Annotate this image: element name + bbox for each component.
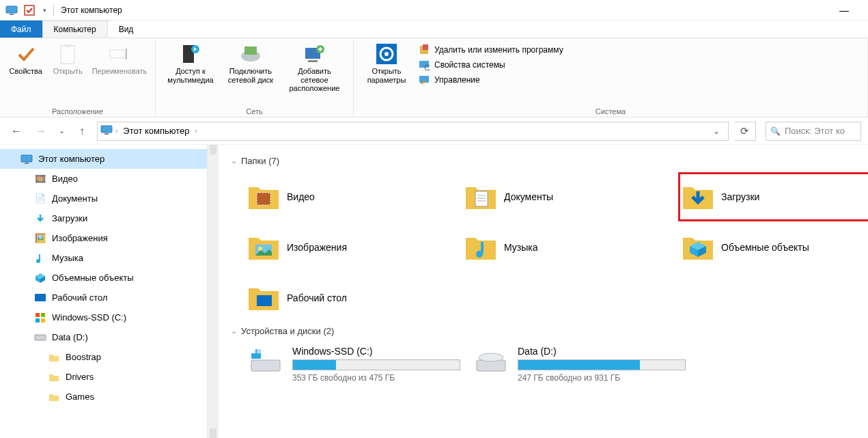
checkmark-icon (14, 42, 38, 66)
recent-dropdown[interactable]: ⌄ (56, 122, 67, 141)
search-icon: 🔍 (770, 126, 781, 136)
add-network-icon (303, 42, 326, 66)
svg-rect-3 (61, 46, 74, 64)
address-dropdown-icon[interactable]: ⌄ (708, 126, 725, 136)
tab-view[interactable]: Вид (108, 20, 145, 38)
breadcrumb-this-pc[interactable]: Этот компьютер (120, 126, 192, 136)
downloads-folder-icon (682, 180, 714, 213)
tree-scrollbar[interactable] (207, 145, 219, 438)
rename-icon (108, 42, 131, 66)
breadcrumb-sep-icon[interactable]: › (195, 127, 197, 135)
rename-button[interactable]: Переименовать (89, 41, 150, 77)
drive-c-bar (292, 359, 460, 370)
tab-file[interactable]: Файл (0, 20, 42, 38)
minimize-button[interactable]: — (832, 2, 856, 18)
forward-button[interactable]: → (31, 122, 51, 141)
svg-rect-22 (104, 133, 109, 135)
music-folder-icon (464, 231, 497, 264)
map-drive-button[interactable]: Подключить сетевой диск (221, 41, 280, 85)
section-devices-header[interactable]: ⌄ Устройства и диски (2) (231, 326, 868, 336)
ribbon: Свойства Открыть Переименовать Расположе… (0, 38, 868, 118)
computer-icon (20, 153, 33, 165)
tree-this-pc[interactable]: Этот компьютер (0, 149, 207, 169)
gear-icon (375, 42, 398, 66)
navigation-pane: Этот компьютер 🎞️ Видео 📄 Документы Загр… (0, 145, 219, 438)
address-path[interactable]: › Этот компьютер › ⌄ (97, 122, 729, 141)
tree-videos[interactable]: 🎞️ Видео (0, 169, 207, 189)
computer-icon[interactable] (4, 3, 19, 18)
desktop-icon (34, 292, 46, 304)
folder-documents[interactable]: Документы (462, 173, 673, 221)
open-settings-button[interactable]: Открыть параметры (359, 41, 414, 85)
title-bar: ▾ Этот компьютер — (0, 0, 868, 20)
tree-3d-objects[interactable]: Объемные объекты (0, 268, 207, 288)
svg-rect-1 (10, 14, 14, 15)
drives-grid: Windows-SSD (C:) 353 ГБ свободно из 475 … (244, 343, 868, 385)
manage-button[interactable]: Управление (418, 74, 563, 86)
svg-rect-28 (41, 313, 45, 317)
tree-c-drive[interactable]: Windows-SSD (C:) (0, 307, 207, 327)
svg-rect-2 (25, 5, 34, 15)
windows-drive-icon (34, 312, 46, 324)
group-label-location: Расположение (5, 106, 150, 115)
folder-3d-objects[interactable]: Объемные объекты (679, 223, 868, 271)
svg-rect-18 (419, 61, 429, 68)
refresh-button[interactable]: ⟳ (734, 122, 756, 141)
3d-folder-icon (682, 231, 714, 264)
manage-icon (418, 74, 430, 86)
open-button[interactable]: Открыть (48, 41, 89, 77)
desktop-folder-icon (247, 282, 280, 314)
media-access-button[interactable]: Доступ к мультимедиа (161, 41, 220, 85)
properties-button[interactable]: Свойства (5, 41, 46, 77)
network-drive-icon (239, 42, 262, 66)
folders-grid: Видео Документы Загрузки Изображения Муз… (244, 173, 868, 322)
windows-drive-icon (247, 346, 284, 374)
documents-folder-icon (464, 180, 497, 213)
drive-icon (473, 346, 509, 374)
window-title: Этот компьютер (61, 5, 122, 15)
folder-desktop[interactable]: Рабочий стол (244, 274, 456, 322)
tree-music[interactable]: Музыка (0, 248, 207, 268)
chevron-down-icon: ⌄ (231, 156, 237, 165)
tree-d-drive[interactable]: Data (D:) (0, 327, 207, 347)
back-button[interactable]: ← (7, 122, 26, 141)
uninstall-programs-button[interactable]: Удалить или изменить программу (418, 44, 563, 56)
tree-desktop[interactable]: Рабочий стол (0, 288, 207, 307)
drive-d[interactable]: Data (D:) 247 ГБ свободно из 931 ГБ (470, 343, 688, 385)
tree-games[interactable]: Games (0, 387, 207, 407)
pictures-folder-icon (247, 231, 280, 264)
drive-c[interactable]: Windows-SSD (C:) 353 ГБ свободно из 475 … (244, 343, 463, 385)
folder-music[interactable]: Музыка (462, 223, 673, 271)
folder-downloads[interactable]: Загрузки (679, 173, 868, 221)
tree-boostrap[interactable]: Boostrap (0, 347, 207, 367)
tree-view[interactable]: Этот компьютер 🎞️ Видео 📄 Документы Загр… (0, 145, 207, 438)
folder-videos[interactable]: Видео (244, 173, 456, 221)
add-location-button[interactable]: Добавить сетевое расположение (281, 41, 348, 94)
folder-icon (48, 371, 60, 383)
up-button[interactable]: ↑ (72, 122, 92, 141)
tree-documents[interactable]: 📄 Документы (0, 189, 207, 208)
videos-icon: 🎞️ (34, 173, 46, 185)
section-folders-header[interactable]: ⌄ Папки (7) (231, 156, 868, 166)
system-properties-button[interactable]: Свойства системы (418, 59, 563, 71)
open-icon (56, 42, 79, 66)
ribbon-group-location: Свойства Открыть Переименовать Расположе… (0, 38, 156, 117)
search-box[interactable]: 🔍 Поиск: Этот ко (766, 122, 861, 141)
media-server-icon (179, 42, 202, 66)
cube-icon (34, 272, 46, 284)
svg-rect-30 (41, 318, 45, 323)
tab-computer[interactable]: Компьютер (42, 20, 108, 38)
properties-checkbox-icon[interactable] (22, 3, 37, 18)
svg-rect-21 (101, 126, 112, 133)
qat-dropdown-icon[interactable]: ▾ (40, 3, 49, 18)
tree-pictures[interactable]: 🖼️ Изображения (0, 228, 207, 248)
videos-folder-icon (247, 180, 280, 213)
svg-rect-31 (35, 335, 46, 340)
breadcrumb-sep-icon[interactable]: › (115, 127, 117, 135)
tree-downloads[interactable]: Загрузки (0, 208, 207, 228)
group-label-network: Сеть (161, 106, 348, 115)
svg-rect-32 (257, 193, 270, 205)
music-icon (34, 252, 46, 264)
tree-drivers[interactable]: Drivers (0, 367, 207, 387)
folder-pictures[interactable]: Изображения (244, 223, 456, 271)
